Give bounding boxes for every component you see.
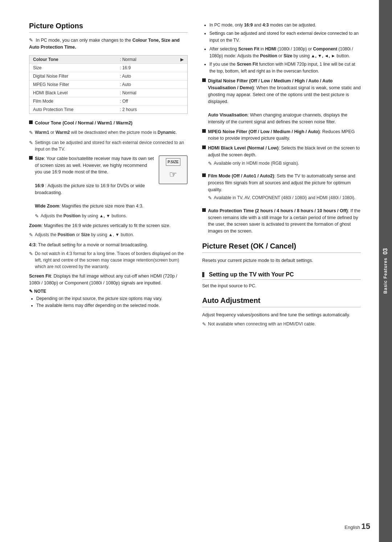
setting-up-tv-label: Setting up the TV with Your PC <box>209 271 294 278</box>
arrow-right-icon: ▶ <box>180 57 184 62</box>
bullet-square-mpeg-icon <box>202 129 206 133</box>
pc-note-2: Settings can be adjusted and stored for … <box>209 30 361 44</box>
adjust-position2-note: ✎ Adjusts the Position or Size by using … <box>29 231 188 239</box>
table-row: Digital Noise Filter : Auto <box>29 72 187 80</box>
psize-inner: P.SIZE ☞ <box>166 158 180 181</box>
pencil-icon-pos2: ✎ <box>29 231 33 239</box>
size-content: P.SIZE ☞ Size: Your cable box/satellite … <box>35 155 188 210</box>
pencil-icon-watch: ✎ <box>29 250 33 258</box>
adjust-position-note: ✎ Adjusts the Position by using ▲, ▼ but… <box>35 213 188 220</box>
table-cell-value: : Off <box>116 97 187 105</box>
psize-graphic: P.SIZE ☞ <box>159 155 188 184</box>
note-label-text: NOTE <box>34 289 46 294</box>
zoom-text: Zoom: Magnifies the 16:9 wide pictures v… <box>29 222 188 229</box>
blue-bar-icon <box>202 272 204 277</box>
picture-reset-title: Picture Reset (OK / Cancel) <box>202 242 361 253</box>
pencil-icon-hdmi: ✎ <box>208 160 212 167</box>
hdmi-sub-note-text: Available only in HDMI mode (RGB signals… <box>214 160 299 167</box>
note-bullets-list: Depending on the input source, the pictu… <box>29 295 188 309</box>
table-cell-label: Colour Tone <box>29 56 116 64</box>
table-row: Size : 16:9 <box>29 63 187 72</box>
bullet-square-size-icon <box>29 156 33 160</box>
table-cell-label: MPEG Noise Filter <box>29 80 116 89</box>
note-label: ✎ NOTE <box>29 289 188 294</box>
colour-tone-text: Colour Tone (Cool / Normal / Warm1 / War… <box>35 120 132 126</box>
hdmi-sub-note: ✎ Available only in HDMI mode (RGB signa… <box>208 160 361 167</box>
main-content: Picture Options ✎ In PC mode, you can on… <box>0 0 379 542</box>
page-language: English <box>344 525 360 530</box>
do-not-watch-note: ✎ Do not watch in 4:3 format for a long … <box>29 250 188 270</box>
do-not-watch-text: Do not watch in 4:3 format for a long ti… <box>35 250 188 270</box>
film-mode-content: Film Mode (Off / Auto1 / Auto2): Sets th… <box>208 173 361 205</box>
ratio-43-text: 4:3: The default setting for a movie or … <box>29 242 188 249</box>
page-container: Picture Options ✎ In PC mode, you can on… <box>0 0 392 542</box>
mpeg-noise-bullet: MPEG Noise Filter (Off / Low / Medium / … <box>202 128 361 142</box>
note-bullet-1: Depending on the input source, the pictu… <box>36 295 188 302</box>
pencil-icon-intro: ✎ <box>29 37 33 44</box>
mpeg-noise-content: MPEG Noise Filter (Off / Low / Medium / … <box>208 128 361 142</box>
picture-reset-text: Resets your current picture mode to its … <box>202 257 361 264</box>
settings-note: ✎ Settings can be adjusted and stored fo… <box>29 139 188 152</box>
hdmi-black-bullet: HDMI Black Level (Normal / Low): Selects… <box>202 145 361 170</box>
pencil-icon-warm: ✎ <box>29 129 33 136</box>
left-column: Picture Options ✎ In PC mode, you can on… <box>29 22 188 520</box>
table-cell-value: : Auto <box>116 80 187 89</box>
table-cell-value: : Normal <box>116 89 187 97</box>
table-row: MPEG Noise Filter : Auto <box>29 80 187 89</box>
adjust-position-text: Adjusts the Position by using ▲, ▼ butto… <box>41 213 188 219</box>
pencil-icon-note: ✎ <box>29 289 33 294</box>
bullet-square-hdmi-icon <box>202 145 206 149</box>
digital-noise-bullet: Digital Noise Filter (Off / Low / Medium… <box>202 78 361 125</box>
pencil-icon-film: ✎ <box>208 194 212 202</box>
colour-tone-bullet: Colour Tone (Cool / Normal / Warm1 / War… <box>29 120 188 127</box>
table-cell-label: HDMI Black Level <box>29 89 116 97</box>
bullet-square-icon <box>29 120 33 124</box>
settings-note-text: Settings can be adjusted and stored for … <box>35 139 188 152</box>
film-sub-note: ✎ Available in TV, AV, COMPONENT (480i /… <box>208 194 361 202</box>
chapter-tab: 03 Basic Features <box>379 0 392 542</box>
table-row: Film Mode : Off <box>29 97 187 105</box>
table-cell-label: Size <box>29 63 116 72</box>
setting-up-tv-text: Set the input source to PC. <box>202 283 361 290</box>
settings-table-inner: Colour Tone : Normal ▶ Size : 16:9 Digit… <box>29 56 187 114</box>
auto-protection-bullet: Auto Protection Time (2 hours / 4 hours … <box>202 208 361 235</box>
colour-tone-label: Colour Tone (Cool / Normal / Warm1 / War… <box>35 120 188 127</box>
bullet-square-film-icon <box>202 173 206 177</box>
note-box: ✎ NOTE Depending on the input source, th… <box>29 289 188 309</box>
adjust-position2-text: Adjusts the Position or Size by using ▲,… <box>35 231 188 238</box>
warm-note: ✎ Warm1 or Warm2 will be deactivated whe… <box>29 129 188 136</box>
table-row: Auto Protection Time : 2 hours <box>29 105 187 114</box>
page-number: 15 <box>362 522 370 531</box>
bullet-square-dnf-icon <box>202 78 206 82</box>
table-cell-value: : 2 hours <box>116 105 187 114</box>
pc-note-4: If you use the Screen Fit function with … <box>209 61 361 75</box>
pc-note-1: In PC mode, only 16:9 and 4:3 modes can … <box>209 22 361 29</box>
table-cell-value: : Normal ▶ <box>116 56 187 64</box>
table-cell-label: Auto Protection Time <box>29 105 116 114</box>
settings-table: Colour Tone : Normal ▶ Size : 16:9 Digit… <box>29 55 188 114</box>
digital-noise-content: Digital Noise Filter (Off / Low / Medium… <box>208 78 361 125</box>
film-sub-note-text: Available in TV, AV, COMPONENT (480i / 1… <box>214 194 355 201</box>
table-cell-value: : Auto <box>116 72 187 80</box>
intro-text: ✎ In PC mode, you can only make changes … <box>29 37 188 51</box>
psize-label: P.SIZE <box>166 158 180 166</box>
auto-adjustment-text: Adjust frequency values/positions and fi… <box>202 312 361 319</box>
intro-note: In PC mode, you can only make changes to… <box>36 38 131 43</box>
page-number-area: English 15 <box>344 522 370 531</box>
table-cell-label: Digital Noise Filter <box>29 72 116 80</box>
auto-adjustment-title: Auto Adjustment <box>202 296 361 307</box>
auto-adjustment-note-text: Not available when connecting with an HD… <box>208 321 361 327</box>
film-mode-bullet: Film Mode (Off / Auto1 / Auto2): Sets th… <box>202 173 361 205</box>
table-row: Colour Tone : Normal ▶ <box>29 56 187 64</box>
bullet-square-apt-icon <box>202 208 206 212</box>
auto-adjustment-note: ✎ Not available when connecting with an … <box>202 321 361 328</box>
pencil-icon-settings: ✎ <box>29 139 33 147</box>
table-row: HDMI Black Level : Normal <box>29 89 187 97</box>
hdmi-black-content: HDMI Black Level (Normal / Low): Selects… <box>208 145 361 170</box>
section-title-picture-options: Picture Options <box>29 22 188 33</box>
pc-note-3: After selecting Screen Fit in HDMI (1080… <box>209 46 361 59</box>
pc-notes-list: In PC mode, only 16:9 and 4:3 modes can … <box>202 22 361 75</box>
size-bullet: P.SIZE ☞ Size: Your cable box/satellite … <box>29 155 188 210</box>
setting-up-tv-title: Setting up the TV with Your PC <box>202 271 361 280</box>
chapter-title: Basic Features <box>383 258 388 293</box>
